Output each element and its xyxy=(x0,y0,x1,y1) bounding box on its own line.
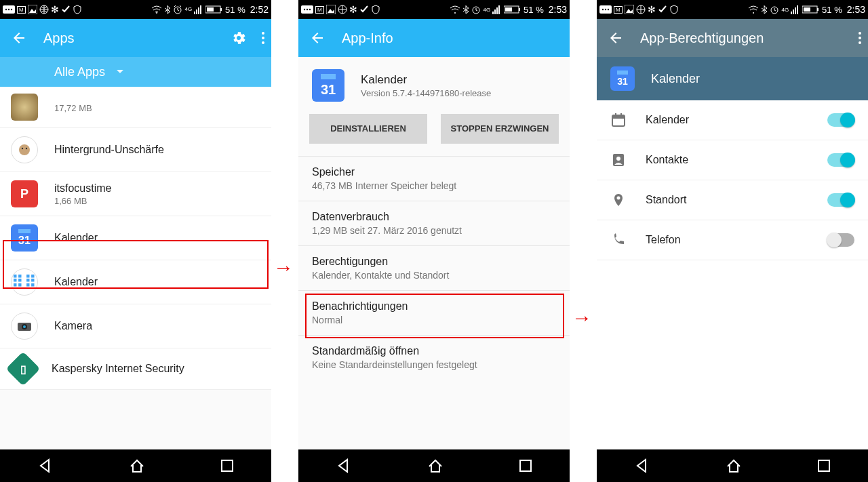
section-sub: 1,29 MB seit 27. März 2016 genutzt xyxy=(312,225,556,236)
permission-label: Kalender xyxy=(646,114,808,126)
svg-point-7 xyxy=(156,12,157,14)
section-storage[interactable]: Speicher 46,73 MB Interner Speicher bele… xyxy=(298,156,570,201)
battery-icon xyxy=(504,5,521,14)
page-title: Apps xyxy=(43,31,214,46)
camera-icon xyxy=(11,313,38,340)
app-row[interactable]: ⠿⠿ Kalender xyxy=(0,260,271,304)
nav-recent-icon[interactable] xyxy=(220,458,235,473)
svg-rect-63 xyxy=(612,115,625,119)
permission-toggle[interactable] xyxy=(827,153,854,167)
app-row[interactable]: Hintergrund-Unschärfe xyxy=(0,128,271,172)
permission-row-contacts[interactable]: Kontakte xyxy=(597,140,868,180)
gear-icon[interactable] xyxy=(231,30,247,46)
svg-rect-69 xyxy=(818,460,829,471)
back-icon[interactable] xyxy=(11,30,27,46)
app-row[interactable]: ▯ Kaspersky Internet Security xyxy=(0,348,271,390)
action-bar: Apps xyxy=(0,19,271,57)
permission-row-location[interactable]: Standort xyxy=(597,180,868,220)
app-icon xyxy=(11,136,38,163)
svg-point-68 xyxy=(617,197,620,200)
app-name: Kalender xyxy=(54,232,260,244)
permission-toggle[interactable] xyxy=(827,193,854,207)
section-sub: Kalender, Kontakte und Standort xyxy=(312,270,556,281)
shield-icon xyxy=(73,5,82,14)
svg-rect-41 xyxy=(505,7,512,12)
app-name: itsfocustime xyxy=(54,182,260,195)
app-row-kalender[interactable]: 31 Kalender xyxy=(0,216,271,260)
svg-point-2 xyxy=(8,9,9,10)
app-row[interactable]: 17,72 MB xyxy=(0,87,271,128)
svg-rect-14 xyxy=(220,8,222,11)
section-open-by-default[interactable]: Standardmäßig öffnen Keine Standardeinst… xyxy=(298,335,570,380)
svg-marker-31 xyxy=(328,9,334,13)
phone-app-info: M ✻ 4G 51 % 2:53 App-Info 31 Kalender Ve… xyxy=(298,0,570,482)
section-title: Speicher xyxy=(312,166,556,178)
check-icon xyxy=(61,5,71,14)
phone-apps-list: M ✻ 4G 51 % 2:52 Apps Alle Apps xyxy=(0,0,271,482)
nav-back-icon[interactable] xyxy=(335,457,353,475)
network-4g-icon: 4G xyxy=(184,7,192,12)
svg-rect-40 xyxy=(519,8,520,11)
app-name: Kalender xyxy=(54,276,260,288)
section-permissions[interactable]: Berechtigungen Kalender, Kontakte und St… xyxy=(298,245,570,290)
vibrate-icon: ✻ xyxy=(648,4,656,15)
battery-percent: 51 % xyxy=(225,5,245,15)
phone-perm-icon xyxy=(610,233,627,247)
action-bar: App-Berechtigungen xyxy=(597,19,868,57)
svg-point-18 xyxy=(262,41,264,44)
svg-point-67 xyxy=(616,157,620,161)
svg-rect-57 xyxy=(817,8,818,11)
overflow-icon[interactable] xyxy=(857,30,863,46)
signal-icon xyxy=(791,5,800,14)
app-row[interactable]: Kamera xyxy=(0,304,271,348)
nav-recent-icon[interactable] xyxy=(518,458,533,473)
calendar-perm-icon xyxy=(610,113,627,127)
permission-label: Telefon xyxy=(646,234,808,246)
shield-icon xyxy=(669,5,679,14)
uninstall-button[interactable]: DEINSTALLIEREN xyxy=(309,114,427,144)
nav-home-icon[interactable] xyxy=(128,457,146,475)
svg-point-29 xyxy=(309,9,311,10)
back-icon[interactable] xyxy=(309,30,326,46)
app-icon: ⠿⠿ xyxy=(11,268,38,296)
svg-point-20 xyxy=(22,148,23,149)
permission-toggle[interactable] xyxy=(827,113,854,127)
permission-label: Kontakte xyxy=(646,154,808,166)
svg-point-28 xyxy=(307,9,308,10)
nav-back-icon[interactable] xyxy=(37,457,54,475)
vibrate-icon: ✻ xyxy=(349,4,357,15)
force-stop-button[interactable]: STOPPEN ERZWINGEN xyxy=(441,114,559,144)
battery-percent: 51 % xyxy=(524,5,544,15)
svg-rect-38 xyxy=(498,5,500,14)
permission-row-phone[interactable]: Telefon xyxy=(597,220,868,260)
nav-back-icon[interactable] xyxy=(633,457,651,475)
phone-app-permissions: M ✻ 4G 51 % 2:53 App-Berechtigungen 31 K… xyxy=(597,0,868,482)
app-icon: P xyxy=(11,180,38,207)
status-bar: M ✻ 4G 51 % 2:52 xyxy=(0,0,271,19)
alarm-icon xyxy=(173,5,182,14)
permission-row-calendar[interactable]: Kalender xyxy=(597,100,868,140)
mail-icon: M xyxy=(17,6,26,14)
more-icon xyxy=(301,5,313,14)
section-data-usage[interactable]: Datenverbrauch 1,29 MB seit 27. März 201… xyxy=(298,201,570,245)
alarm-icon xyxy=(471,5,481,14)
back-icon[interactable] xyxy=(608,30,624,46)
nav-recent-icon[interactable] xyxy=(816,458,831,473)
bluetooth-icon xyxy=(164,5,171,14)
vibrate-icon: ✻ xyxy=(51,4,59,15)
section-notifications[interactable]: Benachrichtigungen Normal xyxy=(298,290,570,335)
battery-icon xyxy=(802,5,820,14)
signal-icon xyxy=(194,5,203,14)
apps-spinner[interactable]: Alle Apps xyxy=(0,57,271,87)
permission-app-header: 31 Kalender xyxy=(597,57,868,100)
clock: 2:53 xyxy=(549,4,567,15)
nav-home-icon[interactable] xyxy=(725,457,743,475)
bluetooth-icon xyxy=(761,5,768,14)
overflow-icon[interactable] xyxy=(260,30,266,46)
svg-rect-65 xyxy=(620,113,622,116)
permission-toggle[interactable] xyxy=(827,233,854,247)
svg-rect-11 xyxy=(198,7,199,14)
nav-home-icon[interactable] xyxy=(427,457,444,475)
app-row[interactable]: P itsfocustime1,66 MB xyxy=(0,172,271,216)
bluetooth-icon xyxy=(462,5,469,14)
